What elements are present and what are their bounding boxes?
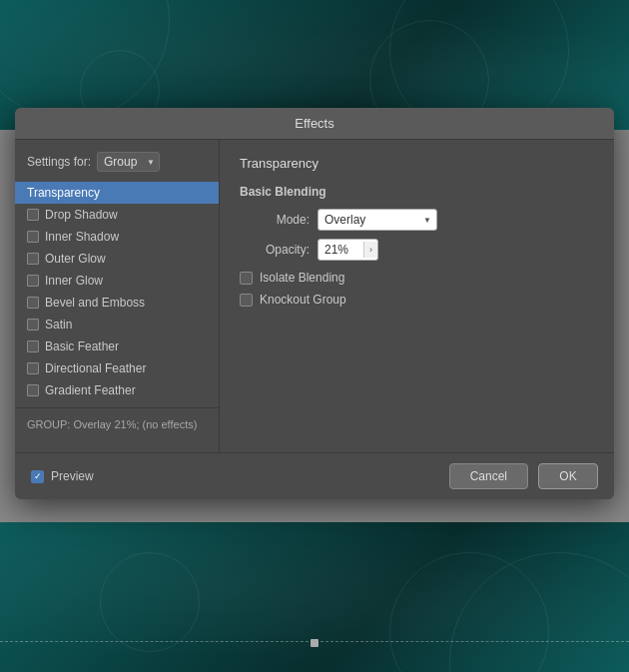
- opacity-label: Opacity:: [240, 243, 310, 257]
- effect-checkbox-drop-shadow[interactable]: [27, 209, 39, 221]
- opacity-input[interactable]: [318, 240, 363, 260]
- effect-label-basic-feather: Basic Feather: [45, 339, 119, 353]
- dialog-bottom: Preview Cancel OK: [15, 452, 614, 499]
- effect-list: Transparency Drop Shadow Inner Shadow Ou…: [15, 182, 219, 401]
- effect-label-drop-shadow: Drop Shadow: [45, 208, 118, 222]
- settings-for-row: Settings for: Group Object Layer: [15, 152, 219, 182]
- cancel-button[interactable]: Cancel: [449, 463, 528, 489]
- ok-button[interactable]: OK: [538, 463, 598, 489]
- background-bottom: [0, 522, 629, 672]
- effect-item-outer-glow[interactable]: Outer Glow: [15, 248, 219, 270]
- right-panel: Transparency Basic Blending Mode: Normal…: [220, 140, 614, 452]
- effect-label-inner-shadow: Inner Shadow: [45, 230, 119, 244]
- effect-checkbox-outer-glow[interactable]: [27, 253, 39, 265]
- status-text: GROUP: Overlay 21%; (no effects): [15, 407, 219, 440]
- effect-label-transparency: Transparency: [27, 186, 100, 200]
- effect-label-satin: Satin: [45, 318, 72, 332]
- opacity-row: Opacity: ›: [240, 239, 594, 261]
- effects-dialog: Effects Settings for: Group Object Layer…: [15, 108, 614, 499]
- effect-item-transparency[interactable]: Transparency: [15, 182, 219, 204]
- effect-checkbox-basic-feather[interactable]: [27, 340, 39, 352]
- mode-row: Mode: Normal Multiply Screen Overlay Sof…: [240, 209, 594, 231]
- button-row: Cancel OK: [449, 463, 598, 489]
- effect-checkbox-gradient-feather[interactable]: [27, 384, 39, 396]
- mode-select-wrapper: Normal Multiply Screen Overlay Soft Ligh…: [317, 209, 437, 231]
- effect-item-inner-shadow[interactable]: Inner Shadow: [15, 226, 219, 248]
- effect-checkbox-bevel-emboss[interactable]: [27, 297, 39, 309]
- preview-checkbox[interactable]: [31, 470, 44, 483]
- opacity-arrow[interactable]: ›: [363, 242, 377, 258]
- isolate-blending-label: Isolate Blending: [260, 271, 344, 285]
- knockout-group-row: Knockout Group: [240, 293, 594, 307]
- dialog-title: Effects: [15, 108, 614, 140]
- settings-for-label: Settings for:: [27, 155, 91, 169]
- effect-label-outer-glow: Outer Glow: [45, 252, 106, 266]
- preview-label: Preview: [51, 469, 94, 483]
- effect-checkbox-inner-glow[interactable]: [27, 275, 39, 287]
- mode-label: Mode:: [240, 213, 310, 227]
- knockout-group-label: Knockout Group: [260, 293, 346, 307]
- left-panel: Settings for: Group Object Layer Transpa…: [15, 140, 220, 452]
- panel-title: Transparency: [240, 156, 594, 171]
- effect-label-gradient-feather: Gradient Feather: [45, 383, 136, 397]
- effect-label-inner-glow: Inner Glow: [45, 274, 103, 288]
- effect-item-satin[interactable]: Satin: [15, 314, 219, 336]
- section-title: Basic Blending: [240, 185, 594, 199]
- effect-checkbox-directional-feather[interactable]: [27, 362, 39, 374]
- effect-label-bevel-emboss: Bevel and Emboss: [45, 296, 145, 310]
- isolate-blending-row: Isolate Blending: [240, 271, 594, 285]
- mode-select[interactable]: Normal Multiply Screen Overlay Soft Ligh…: [317, 209, 437, 231]
- effect-checkbox-satin[interactable]: [27, 319, 39, 331]
- opacity-input-wrapper: ›: [317, 239, 378, 261]
- settings-for-select[interactable]: Group Object Layer: [97, 152, 160, 172]
- effect-item-bevel-emboss[interactable]: Bevel and Emboss: [15, 292, 219, 314]
- preview-row: Preview: [31, 469, 94, 483]
- effect-item-gradient-feather[interactable]: Gradient Feather: [15, 379, 219, 401]
- isolate-blending-checkbox[interactable]: [240, 272, 253, 285]
- dialog-body: Settings for: Group Object Layer Transpa…: [15, 140, 614, 452]
- effect-checkbox-inner-shadow[interactable]: [27, 231, 39, 243]
- effect-label-directional-feather: Directional Feather: [45, 361, 146, 375]
- effect-item-inner-glow[interactable]: Inner Glow: [15, 270, 219, 292]
- effect-item-directional-feather[interactable]: Directional Feather: [15, 357, 219, 379]
- settings-for-select-wrapper: Group Object Layer: [97, 152, 160, 172]
- effect-item-basic-feather[interactable]: Basic Feather: [15, 336, 219, 357]
- effect-item-drop-shadow[interactable]: Drop Shadow: [15, 204, 219, 226]
- knockout-group-checkbox[interactable]: [240, 294, 253, 307]
